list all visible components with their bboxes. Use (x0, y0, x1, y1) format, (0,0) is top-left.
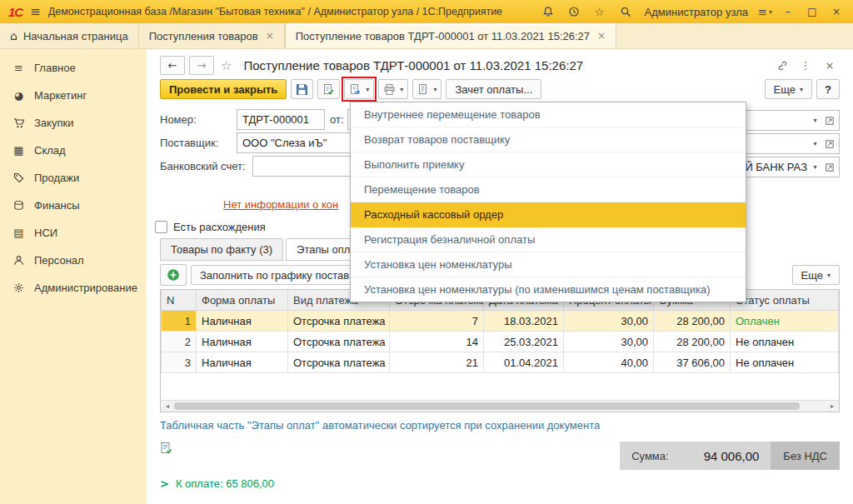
forward-button[interactable]: → (189, 56, 214, 75)
status-cell[interactable]: Оплачен (731, 311, 839, 332)
pay-amount-link[interactable]: > К оплате: 65 806,00 (160, 477, 840, 490)
scrollbar-track[interactable] (174, 402, 826, 410)
favorite-star-icon[interactable]: ☆ (221, 58, 232, 73)
tab-home[interactable]: ⌂ Начальная страница (0, 23, 139, 48)
close-window-button[interactable]: × (828, 6, 845, 17)
close-document-button[interactable]: × (820, 59, 840, 72)
sidebar-item-nsi[interactable]: ▤ НСИ (0, 219, 147, 247)
cell[interactable]: Отсрочка платежа (288, 311, 390, 332)
maximize-button[interactable]: □ (804, 6, 821, 17)
payment-offset-button[interactable]: Зачет оплаты... (446, 79, 541, 99)
cell[interactable]: 3 (162, 352, 197, 373)
vat-mode-button[interactable]: Без НДС (771, 442, 840, 470)
status-cell[interactable]: Не оплачен (731, 352, 839, 373)
more-button[interactable]: Еще▾ (765, 79, 812, 99)
current-user[interactable]: Администратор узла (645, 6, 749, 18)
post-document-button[interactable] (317, 79, 340, 99)
cell[interactable]: Отсрочка платежа (288, 332, 390, 352)
menu-item-set-item-prices[interactable]: Установка цен номенклатуры (351, 252, 746, 277)
menu-item-set-item-prices-changed[interactable]: Установка цен номенклатуры (по изменивши… (351, 277, 746, 302)
hamburger-menu-icon[interactable]: ≡ (30, 4, 41, 19)
sidebar-item-administration[interactable]: Администрирование (0, 274, 147, 302)
tab-goods-receipts[interactable]: Поступления товаров × (139, 23, 285, 48)
tab-close-icon[interactable]: × (597, 30, 606, 42)
combo-open-icon[interactable] (823, 140, 836, 148)
combo-open-icon[interactable] (823, 117, 836, 125)
save-button[interactable] (291, 79, 313, 99)
cell[interactable]: 18.03.2021 (484, 311, 564, 332)
service-menu-icon[interactable]: ≡▾ (758, 6, 772, 18)
scroll-right-icon[interactable]: ▸ (827, 402, 837, 410)
table-more-button[interactable]: Еще▾ (792, 265, 840, 285)
cell[interactable]: Наличная (197, 311, 288, 332)
menu-item-cash-expense-order[interactable]: Расходный кассовый ордер (351, 202, 746, 227)
print-button[interactable]: ▾ (378, 79, 408, 99)
cell[interactable]: 25.03.2021 (484, 332, 564, 352)
sidebar-item-sales[interactable]: Продажи (0, 164, 147, 192)
cell[interactable]: 28 200,00 (654, 311, 731, 332)
sidebar-item-label: Персонал (34, 254, 84, 267)
cell[interactable]: 2 (162, 332, 197, 352)
document-note-icon[interactable] (160, 442, 172, 454)
tab-goods-receipt-document[interactable]: Поступление товаров ТДРТ-000001 от 11.03… (285, 23, 616, 48)
cell[interactable]: 40,00 (564, 352, 654, 373)
attachments-button[interactable]: ▾ (412, 79, 441, 99)
sidebar-item-personnel[interactable]: Персонал (0, 247, 147, 274)
table-row[interactable]: 3 Наличная Отсрочка платежа 21 01.04.202… (162, 352, 839, 373)
scrollbar-thumb[interactable] (174, 402, 800, 410)
combo-dropdown-icon[interactable]: ▾ (809, 117, 821, 124)
more-menu-icon[interactable]: ⋮ (796, 59, 816, 72)
help-button[interactable]: ? (816, 79, 840, 99)
horizontal-scrollbar[interactable]: ◂ ▸ (161, 400, 839, 412)
sidebar-item-finance[interactable]: Финансы (0, 192, 147, 219)
menu-item-goods-transfer[interactable]: Перемещение товаров (351, 177, 746, 202)
sidebar-item-main[interactable]: ≡ Главное (0, 54, 147, 82)
combo-dropdown-icon[interactable]: ▾ (809, 163, 821, 171)
table-row[interactable]: 2 Наличная Отсрочка платежа 14 25.03.202… (162, 332, 839, 352)
add-row-button[interactable] (160, 264, 187, 286)
tab-close-icon[interactable]: × (266, 30, 274, 42)
menu-item-cashless-payment-registration[interactable]: Регистрация безналичной оплаты (351, 227, 746, 252)
cell[interactable]: 21 (390, 352, 484, 373)
annotation-highlight-box: ▾ (344, 79, 374, 99)
cell[interactable]: 30,00 (564, 311, 654, 332)
link-icon[interactable] (771, 60, 791, 72)
favorites-star-icon[interactable]: ☆ (591, 6, 609, 18)
fill-by-schedule-button[interactable]: Заполнить по графику поставщ (191, 265, 367, 285)
cell[interactable]: 28 200,00 (654, 332, 731, 352)
menu-item-perform-acceptance[interactable]: Выполнить приемку (351, 152, 746, 177)
cell[interactable]: 14 (390, 332, 484, 352)
tab-goods-actual[interactable]: Товары по факту (3) (160, 238, 283, 261)
scroll-left-icon[interactable]: ◂ (162, 402, 172, 410)
cell[interactable]: 1 (162, 311, 197, 332)
sidebar-item-marketing[interactable]: ◕ Маркетинг (0, 82, 147, 109)
number-input[interactable]: ТДРТ-000001 (237, 109, 325, 130)
cell[interactable]: 37 606,00 (654, 352, 731, 373)
create-based-on-button[interactable]: ▾ (344, 79, 374, 99)
cell[interactable]: Наличная (197, 332, 288, 352)
history-clock-icon[interactable] (565, 6, 583, 17)
cell[interactable]: 30,00 (564, 332, 654, 352)
cell[interactable]: Наличная (197, 352, 288, 373)
column-header[interactable]: Статус оплаты (731, 290, 839, 311)
search-icon[interactable] (616, 6, 635, 17)
menu-item-return-to-supplier[interactable]: Возврат товаров поставщику (351, 127, 746, 152)
back-button[interactable]: ← (160, 56, 185, 75)
cell[interactable]: Отсрочка платежа (288, 352, 390, 373)
cell[interactable]: 7 (390, 311, 484, 332)
column-header[interactable]: Форма оплаты (197, 290, 288, 311)
sidebar-item-warehouse[interactable]: ▦ Склад (0, 137, 147, 164)
sidebar-item-purchases[interactable]: Закупки (0, 109, 147, 137)
totals-bar: Сумма: 94 006,00 Без НДС (620, 442, 840, 470)
notifications-bell-icon[interactable] (539, 6, 557, 17)
menu-item-internal-transfer[interactable]: Внутреннее перемещение товаров (351, 102, 746, 127)
no-contract-info-link[interactable]: Нет информации о кон (223, 198, 338, 211)
combo-open-icon[interactable] (823, 163, 836, 172)
combo-dropdown-icon[interactable]: ▾ (809, 140, 821, 147)
status-cell[interactable]: Не оплачен (731, 332, 839, 352)
column-header[interactable]: N (162, 290, 197, 311)
minimize-button[interactable]: – (780, 6, 796, 17)
cell[interactable]: 01.04.2021 (484, 352, 564, 373)
table-row[interactable]: 1 Наличная Отсрочка платежа 7 18.03.2021… (162, 311, 839, 332)
post-and-close-button[interactable]: Провести и закрыть (160, 79, 287, 99)
